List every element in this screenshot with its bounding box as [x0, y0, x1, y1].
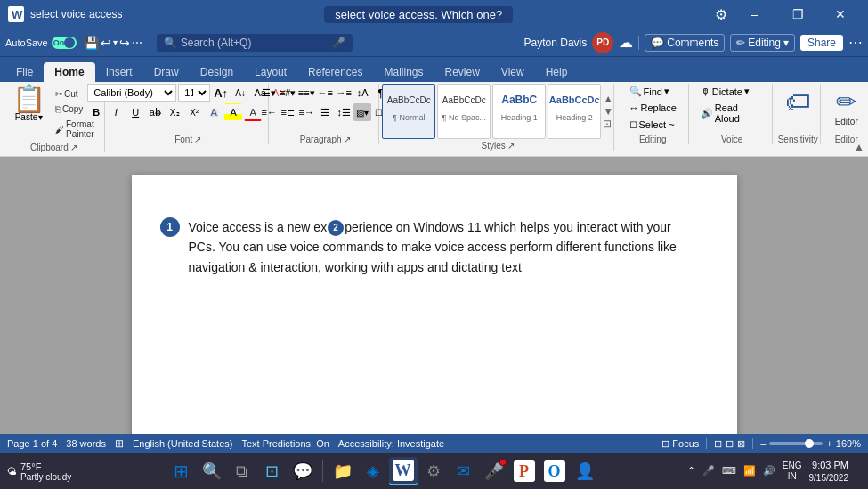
style-heading2[interactable]: AaBbCcDc Heading 2 [548, 84, 601, 139]
shading-button[interactable]: ▨▾ [353, 103, 371, 121]
zoom-out-button[interactable]: – [760, 438, 766, 449]
keyboard-sys[interactable]: ⌨ [722, 465, 736, 477]
superscript-button[interactable]: X² [185, 103, 203, 121]
restore-button[interactable]: ❐ [777, 0, 818, 29]
tab-references[interactable]: References [297, 62, 373, 82]
language[interactable]: English (United States) [133, 438, 233, 449]
language-indicator[interactable]: ENG IN [783, 460, 802, 482]
tab-home[interactable]: Home [44, 62, 94, 82]
style-normal[interactable]: AaBbCcDc ¶ Normal [382, 84, 435, 139]
outlook-button[interactable]: O [540, 457, 569, 485]
subscript-button[interactable]: X₂ [166, 103, 183, 121]
styles-group-label[interactable]: Styles ↗ [482, 141, 515, 151]
styles-scroll-up[interactable]: ▲ [603, 93, 613, 105]
edge-button[interactable]: ◈ [359, 457, 387, 485]
people-button[interactable]: 👤 [571, 457, 599, 485]
redo-button[interactable]: ↪ [119, 36, 130, 50]
search-button[interactable]: 🔍 [198, 457, 226, 485]
replace-button[interactable]: ↔ Replace [625, 101, 681, 115]
paste-button[interactable]: 📋 Paste ▾ [9, 84, 49, 124]
search-bar[interactable]: 🔍 🎤 [157, 34, 353, 52]
align-center-button[interactable]: ≡⊏ [279, 103, 296, 121]
styles-scroll-down[interactable]: ▼ [603, 105, 613, 118]
comments-button[interactable]: 💬 Comments [645, 34, 725, 52]
grow-font-button[interactable]: A↑ [212, 84, 230, 102]
tab-draw[interactable]: Draw [143, 62, 190, 82]
undo-button[interactable]: ↩ [101, 36, 111, 50]
focus-button[interactable]: ⊡ Focus [661, 438, 699, 450]
font-group-label[interactable]: Font ↗ [174, 134, 201, 144]
start-button[interactable]: ⊞ [167, 457, 196, 485]
tab-view[interactable]: View [491, 62, 535, 82]
minimize-button[interactable]: – [734, 0, 775, 29]
font-family-select[interactable]: Calibri (Body) [87, 84, 176, 102]
document-page[interactable]: 1 Voice access is a new ex2perience on W… [132, 175, 737, 434]
highlight-color-button[interactable]: A [224, 103, 242, 121]
volume-icon[interactable]: 🔊 [763, 465, 775, 477]
settings-btn[interactable]: ⚙ [715, 6, 727, 23]
tab-help[interactable]: Help [535, 62, 579, 82]
decrease-indent-button[interactable]: ←≡ [316, 84, 334, 102]
share-button[interactable]: Share [800, 35, 843, 51]
weather-widget[interactable]: 🌤 75°F Partly cloudy [7, 461, 71, 482]
read-mode-view[interactable]: ⊟ [726, 438, 734, 450]
file-explorer-button[interactable]: 📁 [329, 457, 357, 485]
accessibility-check[interactable]: Accessibility: Investigate [338, 438, 444, 449]
dictate-button[interactable]: 🎙 Dictate ▾ [696, 84, 768, 99]
text-predictions[interactable]: Text Predictions: On [241, 438, 329, 449]
multilevel-list-button[interactable]: ≡≡▾ [297, 84, 315, 102]
style-no-spacing[interactable]: AaBbCcDc ¶ No Spac... [437, 84, 491, 139]
align-right-button[interactable]: ≡→ [297, 103, 315, 121]
widgets-button[interactable]: ⊡ [258, 457, 287, 485]
zoom-slider[interactable] [769, 442, 823, 445]
select-button[interactable]: ◻ Select ~ [625, 117, 681, 132]
more-button[interactable]: ⋯ [132, 37, 142, 49]
clipboard-group-label[interactable]: Clipboard ↗ [30, 143, 77, 152]
increase-indent-button[interactable]: →≡ [335, 84, 353, 102]
text-effects-button[interactable]: A [205, 103, 223, 121]
save-icon[interactable]: 💾 [84, 36, 99, 50]
paragraph-group-label[interactable]: Paragraph ↗ [300, 134, 351, 144]
read-aloud-button[interactable]: 🔊 Read Aloud [696, 101, 768, 126]
powerpoint-button[interactable]: P [510, 457, 539, 485]
strikethrough-button[interactable]: ab̶ [146, 103, 164, 121]
print-layout-view[interactable]: ⊞ [714, 438, 722, 450]
web-layout-view[interactable]: ⊠ [737, 438, 745, 450]
autosave-toggle[interactable]: On [52, 37, 77, 49]
italic-button[interactable]: I [107, 103, 125, 121]
clock-widget[interactable]: 9:03 PM 9/15/2022 [809, 459, 849, 483]
search-input[interactable] [181, 37, 329, 49]
chat-button[interactable]: 💬 [288, 457, 317, 485]
editing-mode-button[interactable]: ✏ Editing ▾ [730, 34, 795, 52]
tab-review[interactable]: Review [434, 62, 491, 82]
tab-layout[interactable]: Layout [244, 62, 297, 82]
close-button[interactable]: ✕ [820, 0, 861, 29]
mail-button[interactable]: ✉ [450, 457, 478, 485]
word-taskbar-button[interactable]: W [389, 457, 418, 485]
tab-insert[interactable]: Insert [95, 62, 143, 82]
settings-taskbar-button[interactable]: ⚙ [419, 457, 448, 485]
voice-search-icon[interactable]: 🎤 [332, 37, 345, 49]
shrink-font-button[interactable]: A↓ [231, 84, 249, 102]
align-left-button[interactable]: ≡← [260, 103, 278, 121]
font-color-button[interactable]: A [244, 103, 262, 121]
ribbon-collapse-button[interactable]: ▲ [854, 141, 864, 153]
find-button[interactable]: 🔍 Find ▾ [625, 84, 681, 99]
zoom-in-button[interactable]: + [826, 438, 831, 449]
style-heading1[interactable]: AaBbC Heading 1 [492, 84, 546, 139]
sensitivity-button[interactable]: 🏷 [782, 84, 814, 120]
tab-design[interactable]: Design [190, 62, 244, 82]
voice-access-taskbar-button[interactable]: 🎤 [480, 457, 508, 485]
task-view-button[interactable]: ⧉ [228, 457, 256, 485]
cloud-save-icon[interactable]: ☁ [619, 34, 633, 51]
tab-mailings[interactable]: Mailings [373, 62, 434, 82]
user-avatar[interactable]: PD [592, 32, 613, 53]
wifi-icon[interactable]: 📶 [743, 465, 756, 477]
line-spacing-button[interactable]: ↕☰ [335, 103, 353, 121]
underline-button[interactable]: U [126, 103, 144, 121]
zoom-percent[interactable]: 169% [836, 438, 861, 449]
justify-button[interactable]: ☰ [316, 103, 334, 121]
voice-mic-sys[interactable]: 🎤 [702, 465, 715, 477]
undo-dropdown[interactable]: ▾ [113, 37, 118, 47]
bullets-button[interactable]: ☰▾ [260, 84, 278, 102]
